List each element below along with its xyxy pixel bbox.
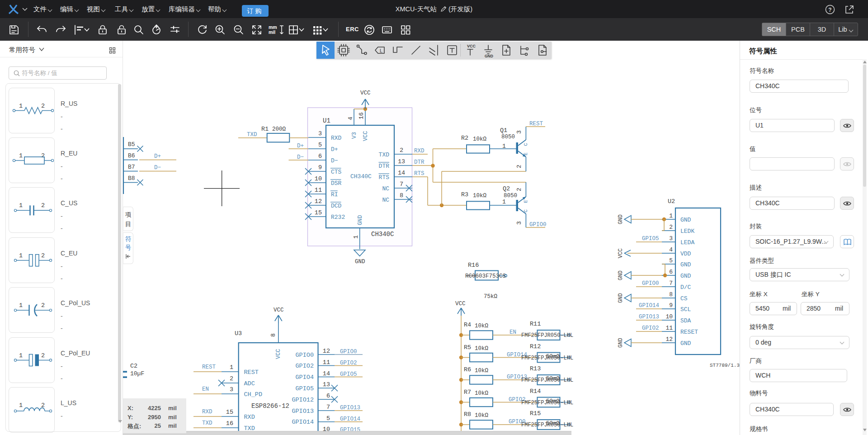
svg-text:4: 4 <box>669 246 673 253</box>
svg-text:GPIO14: GPIO14 <box>639 303 659 309</box>
svg-text:1: 1 <box>19 302 23 309</box>
svg-text:12: 12 <box>665 336 673 343</box>
svg-text:R7: R7 <box>464 389 471 396</box>
svg-text:5: 5 <box>318 142 322 148</box>
svg-text:15: 15 <box>315 209 322 216</box>
svg-text:4: 4 <box>347 117 354 120</box>
svg-text:TXD: TXD <box>379 151 390 158</box>
svg-text:GND: GND <box>485 54 493 58</box>
svg-text:GND: GND <box>618 270 624 280</box>
svg-text:1: 1 <box>19 202 23 209</box>
svg-text:U1: U1 <box>323 117 330 124</box>
svg-text:10kΩ: 10kΩ <box>473 193 487 199</box>
svg-text:3: 3 <box>318 130 322 137</box>
svg-text:R15: R15 <box>530 410 541 417</box>
svg-text:12: 12 <box>315 198 322 205</box>
svg-text:GND: GND <box>680 261 691 268</box>
svg-text:GPIO2: GPIO2 <box>642 325 659 331</box>
svg-text:RI: RI <box>331 191 338 198</box>
svg-text:GPIO13: GPIO13 <box>292 408 314 415</box>
svg-text:U2: U2 <box>668 198 675 205</box>
svg-text:RXD: RXD <box>244 414 255 421</box>
svg-text:14: 14 <box>398 170 405 176</box>
svg-text:10kΩ: 10kΩ <box>475 323 489 329</box>
svg-text:GND: GND <box>680 217 691 223</box>
svg-text:50mΩ: 50mΩ <box>546 376 560 382</box>
svg-text:10kΩ: 10kΩ <box>475 390 489 397</box>
svg-text:DCD: DCD <box>331 203 342 209</box>
svg-text:LEDA: LEDA <box>680 239 694 246</box>
svg-text:1: 1 <box>19 103 23 109</box>
svg-text:Q2: Q2 <box>503 185 510 192</box>
svg-text:1: 1 <box>230 364 233 371</box>
svg-text:RESET: RESET <box>680 329 698 336</box>
svg-text:LEDK: LEDK <box>680 228 694 235</box>
svg-text:13: 13 <box>398 158 405 165</box>
svg-text:GND: GND <box>357 215 363 225</box>
svg-text:GPIO12: GPIO12 <box>292 397 314 403</box>
svg-text:GND: GND <box>618 214 624 224</box>
svg-text:DSR: DSR <box>331 180 342 187</box>
svg-text:11: 11 <box>665 325 673 331</box>
svg-text:B5: B5 <box>128 141 135 148</box>
svg-text:GPIO0: GPIO0 <box>340 349 357 355</box>
svg-text:R16: R16 <box>468 262 479 269</box>
svg-text:R2: R2 <box>461 135 468 142</box>
svg-text:CS: CS <box>680 295 688 302</box>
svg-text:8: 8 <box>270 333 277 337</box>
svg-text:TXD: TXD <box>202 420 212 426</box>
svg-text:ST7789/1.3: ST7789/1.3 <box>710 363 740 368</box>
svg-text:R8: R8 <box>464 411 471 418</box>
svg-text:GND: GND <box>680 340 691 347</box>
svg-text:1: 1 <box>502 143 506 150</box>
svg-text:GPIO4: GPIO4 <box>295 374 314 381</box>
svg-text:14: 14 <box>323 370 330 377</box>
svg-text:SCL: SCL <box>680 306 691 313</box>
svg-text:16: 16 <box>358 112 365 119</box>
svg-text:10kΩ: 10kΩ <box>475 368 489 374</box>
svg-text:2: 2 <box>41 252 45 259</box>
svg-text:GND: GND <box>618 293 624 303</box>
svg-text:D−: D− <box>331 157 338 164</box>
svg-text:Q1: Q1 <box>500 127 507 134</box>
svg-text:8050: 8050 <box>501 134 515 140</box>
svg-text:REST: REST <box>244 369 259 376</box>
svg-text:VDD: VDD <box>680 251 691 257</box>
svg-text:8: 8 <box>400 192 403 199</box>
svg-text:10: 10 <box>315 175 322 182</box>
svg-text:GPIO13: GPIO13 <box>639 314 659 320</box>
svg-text:VCC: VCC <box>618 248 624 258</box>
svg-text:ESP8266-12: ESP8266-12 <box>251 402 289 410</box>
svg-text:GPIO14: GPIO14 <box>340 416 360 422</box>
svg-text:RC0603F753CS: RC0603F753CS <box>465 273 506 279</box>
svg-text:GPIO0: GPIO0 <box>529 222 547 228</box>
svg-text:R6: R6 <box>464 366 471 373</box>
svg-text:V3: V3 <box>351 132 358 139</box>
svg-text:GPIO0: GPIO0 <box>642 280 659 287</box>
svg-text:R1: R1 <box>261 126 269 132</box>
svg-text:12: 12 <box>323 348 330 355</box>
svg-text:GPIO5: GPIO5 <box>642 236 659 242</box>
svg-text:DTR: DTR <box>379 163 390 170</box>
svg-text:1: 1 <box>19 402 23 409</box>
svg-text:C2: C2 <box>130 363 137 369</box>
svg-text:R11: R11 <box>530 321 541 327</box>
svg-text:13: 13 <box>323 381 330 388</box>
svg-text:VCC: VCC <box>467 44 476 48</box>
svg-text:CTS: CTS <box>331 169 342 175</box>
svg-text:GPIO5: GPIO5 <box>340 371 357 378</box>
svg-text:B6: B6 <box>128 152 135 159</box>
svg-text:8: 8 <box>669 291 673 298</box>
svg-text:11: 11 <box>315 187 322 194</box>
svg-text:50mΩ: 50mΩ <box>546 421 560 427</box>
svg-text:11: 11 <box>323 359 330 366</box>
svg-text:CH_PD: CH_PD <box>244 391 263 398</box>
svg-text:VCC: VCC <box>275 349 282 359</box>
svg-text:VCC: VCC <box>363 131 369 141</box>
svg-text:GPIO5: GPIO5 <box>295 385 314 392</box>
svg-text:C: C <box>523 143 528 146</box>
svg-text:R5: R5 <box>464 344 471 351</box>
svg-text:VCC: VCC <box>455 301 466 307</box>
svg-text:D−: D− <box>297 154 304 161</box>
svg-text:10kΩ: 10kΩ <box>473 136 487 142</box>
